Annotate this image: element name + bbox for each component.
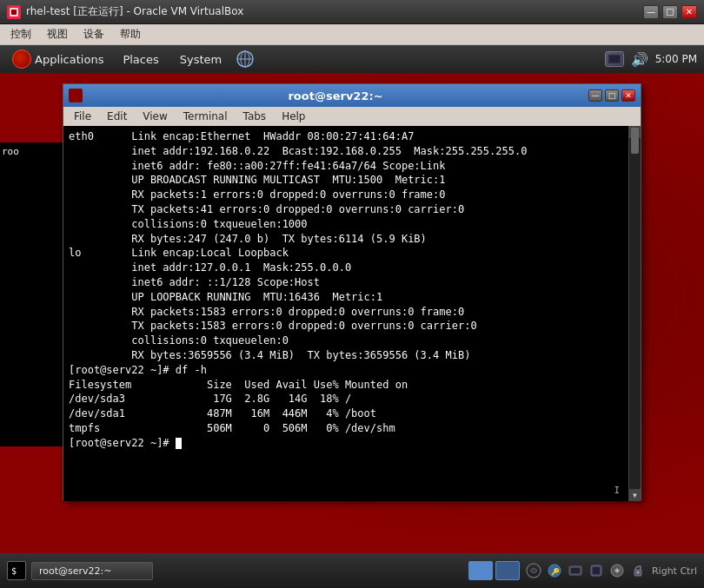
network-icon xyxy=(605,51,624,67)
terminal-window[interactable]: root@serv22:~ — □ ✕ File Edit View Termi… xyxy=(63,83,641,500)
terminal-line: RX packets:1 errors:0 dropped:0 overruns… xyxy=(69,188,635,202)
svg-text:🔑: 🔑 xyxy=(551,567,560,576)
terminal-line: inet addr:127.0.0.1 Mask:255.0.0.0 xyxy=(69,261,635,275)
terminal-line: collisions:0 txqueuelen:0 xyxy=(69,334,635,348)
main-content-area: roo root@serv22:~ — □ ✕ File Edit View T… xyxy=(0,73,704,553)
tray-icon-lock[interactable] xyxy=(629,562,647,579)
taskbar-right: 🔑 xyxy=(468,561,697,580)
vbox-window-title: rhel-test [正在运行] - Oracle VM VirtualBox xyxy=(26,4,243,19)
workspace-2-button[interactable] xyxy=(495,561,520,580)
vbox-menu-help[interactable]: 帮助 xyxy=(113,25,148,43)
terminal-line: /dev/sda1 487M 16M 446M 4% /boot xyxy=(69,406,635,421)
taskbar-terminal-icon: $ xyxy=(7,561,26,580)
tray-icon-4[interactable] xyxy=(588,562,605,579)
vbox-menu-view[interactable]: 视图 xyxy=(40,25,75,43)
terminal-menu-help[interactable]: Help xyxy=(275,109,312,123)
terminal-line: RX bytes:247 (247.0 b) TX bytes:6114 (5.… xyxy=(69,232,635,247)
workspace-switcher xyxy=(468,561,520,580)
svg-point-19 xyxy=(636,571,639,574)
gnome-app-icon xyxy=(12,50,31,69)
terminal-window-controls: — □ ✕ xyxy=(588,89,635,102)
terminal-line: [root@serv22 ~]# xyxy=(69,436,635,451)
vbox-menu-devices[interactable]: 设备 xyxy=(76,25,111,43)
terminal-content-area[interactable]: eth0 Link encap:Ethernet HWaddr 08:00:27… xyxy=(63,126,641,501)
applications-menu-button[interactable]: Applications xyxy=(7,48,109,70)
svg-rect-14 xyxy=(571,568,580,573)
vbox-app-icon xyxy=(7,5,21,19)
tray-icon-1[interactable] xyxy=(525,562,542,579)
svg-rect-1 xyxy=(11,10,17,15)
vbox-titlebar: rhel-test [正在运行] - Oracle VM VirtualBox … xyxy=(0,0,704,24)
terminal-line: [root@serv22 ~]# df -h xyxy=(69,363,635,378)
terminal-menu-file[interactable]: File xyxy=(67,109,98,123)
terminal-line: lo Link encap:Local Loopback xyxy=(69,246,635,261)
places-menu-button[interactable]: Places xyxy=(116,51,165,68)
taskbar-terminal-button[interactable]: root@serv22:~ xyxy=(31,562,153,580)
globe-icon xyxy=(236,50,255,69)
vbox-title-left: rhel-test [正在运行] - Oracle VM VirtualBox xyxy=(7,4,243,19)
taskbar-terminal-label: root@serv22:~ xyxy=(39,565,112,577)
vbox-close-button[interactable]: ✕ xyxy=(681,5,697,19)
tray-icon-3[interactable] xyxy=(567,562,584,579)
gnome-top-panel: Applications Places System 🔊 5:00 PM xyxy=(0,45,704,73)
scrollbar-down-arrow[interactable]: ▼ xyxy=(629,489,641,501)
terminal-menu-terminal[interactable]: Terminal xyxy=(176,109,235,123)
terminal-menu-edit[interactable]: Edit xyxy=(100,109,134,123)
terminal-output: eth0 Link encap:Ethernet HWaddr 08:00:27… xyxy=(69,129,635,451)
terminal-window-title: root@serv22:~ xyxy=(83,89,588,102)
taskbar-right-icons: 🔑 xyxy=(525,562,697,579)
terminal-cursor xyxy=(176,438,182,449)
left-partial-terminal: roo xyxy=(0,142,63,446)
terminal-maximize-button[interactable]: □ xyxy=(605,89,619,102)
taskbar-left: $ root@serv22:~ xyxy=(7,561,153,580)
gnome-bottom-taskbar: $ root@serv22:~ 🔑 xyxy=(0,553,704,588)
terminal-menu-view[interactable]: View xyxy=(136,109,174,123)
terminal-line: inet6 addr: fe80::a00:27ff:fe41:64a7/64 … xyxy=(69,159,635,174)
terminal-line: UP LOOPBACK RUNNING MTU:16436 Metric:1 xyxy=(69,290,635,305)
terminal-scrollbar[interactable]: ▲ ▼ xyxy=(628,126,641,501)
vbox-window-controls: — □ ✕ xyxy=(643,5,697,19)
speaker-icon: 🔊 xyxy=(631,51,648,68)
terminal-menubar: File Edit View Terminal Tabs Help xyxy=(63,107,641,126)
vbox-maximize-button[interactable]: □ xyxy=(662,5,678,19)
right-keys-label: Right Ctrl xyxy=(652,565,697,577)
terminal-line: TX packets:41 errors:0 dropped:0 overrun… xyxy=(69,202,635,217)
terminal-menu-tabs[interactable]: Tabs xyxy=(236,109,274,123)
tray-icon-5[interactable] xyxy=(608,562,626,579)
terminal-line: RX packets:1583 errors:0 dropped:0 overr… xyxy=(69,305,635,320)
terminal-minimize-button[interactable]: — xyxy=(588,89,602,102)
scrollbar-thumb[interactable] xyxy=(631,128,639,154)
terminal-line: inet addr:192.168.0.22 Bcast:192.168.0.2… xyxy=(69,144,635,159)
terminal-line: tmpfs 506M 0 506M 0% /dev/shm xyxy=(69,421,635,436)
terminal-line: inet6 addr: ::1/128 Scope:Host xyxy=(69,275,635,290)
gnome-panel-right: 🔊 5:00 PM xyxy=(605,51,697,68)
vbox-menu-control[interactable]: 控制 xyxy=(3,25,38,43)
terminal-line: /dev/sda3 17G 2.8G 14G 18% / xyxy=(69,392,635,406)
terminal-line: TX packets:1583 errors:0 dropped:0 overr… xyxy=(69,319,635,334)
svg-rect-7 xyxy=(609,56,620,63)
terminal-close-button[interactable]: ✕ xyxy=(621,89,635,102)
workspace-1-button[interactable] xyxy=(468,561,493,580)
terminal-line: UP BROADCAST RUNNING MULTICAST MTU:1500 … xyxy=(69,173,635,188)
terminal-line: eth0 Link encap:Ethernet HWaddr 08:00:27… xyxy=(69,129,635,144)
terminal-window-icon xyxy=(69,89,83,102)
cursor-position-indicator: I xyxy=(614,485,620,496)
system-time: 5:00 PM xyxy=(655,53,697,65)
svg-rect-16 xyxy=(593,567,600,574)
vbox-minimize-button[interactable]: — xyxy=(643,5,659,19)
applications-label: Applications xyxy=(35,53,103,66)
svg-text:$: $ xyxy=(11,566,17,576)
terminal-line: Filesystem Size Used Avail Use% Mounted … xyxy=(69,378,635,393)
gnome-panel-left: Applications Places System xyxy=(7,48,255,70)
terminal-line: collisions:0 txqueuelen:1000 xyxy=(69,217,635,232)
vbox-menubar: 控制 视图 设备 帮助 xyxy=(0,24,704,45)
tray-icon-2[interactable]: 🔑 xyxy=(546,562,563,579)
terminal-line: RX bytes:3659556 (3.4 MiB) TX bytes:3659… xyxy=(69,348,635,363)
system-menu-button[interactable]: System xyxy=(173,51,229,68)
terminal-titlebar: root@serv22:~ — □ ✕ xyxy=(63,84,641,107)
